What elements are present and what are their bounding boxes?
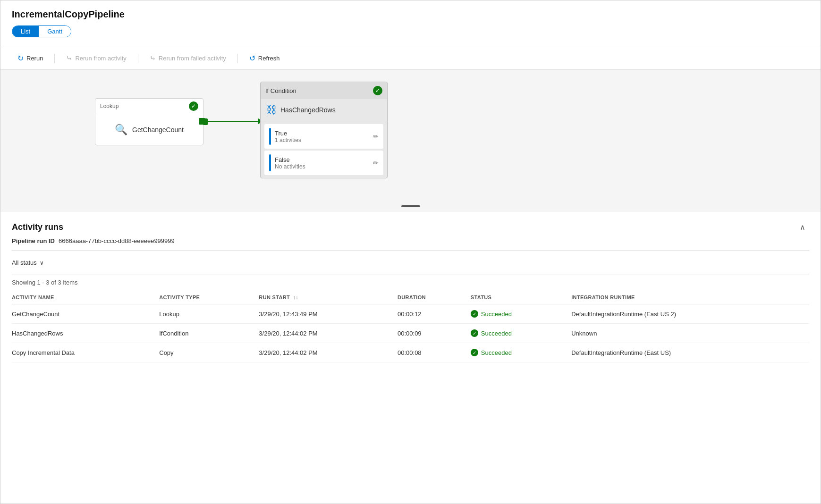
refresh-button[interactable]: ↺ Refresh: [244, 51, 286, 66]
cell-activity-name: Copy Incremental Data: [12, 343, 159, 362]
rerun-label: Rerun: [26, 55, 43, 62]
ifcondition-header: If Condition ✓: [261, 82, 387, 99]
sort-icon: ↑↓: [293, 294, 298, 300]
ifcondition-activity-name: HasChangedRows: [280, 106, 336, 114]
chevron-down-icon: ∨: [40, 260, 44, 266]
rerun-button[interactable]: ↻ Rerun: [12, 51, 49, 66]
table-row: HasChangedRows IfCondition 3/29/20, 12:4…: [12, 324, 809, 343]
view-toggle[interactable]: List Gantt: [12, 25, 71, 37]
cell-run-start: 3/29/20, 12:44:02 PM: [259, 324, 398, 343]
col-activity-name: ACTIVITY NAME: [12, 291, 159, 304]
lookup-node-body: 🔍 GetChangeCount: [95, 114, 203, 145]
status-label: Succeeded: [481, 311, 512, 318]
section-header: Activity runs ∧: [12, 221, 809, 234]
rerun-icon: ↻: [17, 54, 24, 63]
activity-runs-section: Activity runs ∧ Pipeline run ID 6666aaaa…: [0, 211, 821, 504]
table-row: Copy Incremental Data Copy 3/29/20, 12:4…: [12, 343, 809, 362]
cell-integration-runtime: DefaultIntegrationRuntime (East US 2): [571, 304, 809, 324]
status-success-badge: ✓: [471, 349, 478, 356]
cell-activity-type: Lookup: [159, 304, 259, 324]
branch-container: True 1 activities ✏ False No activities …: [261, 121, 387, 178]
scroll-indicator: [401, 205, 420, 207]
status-filter-label: All status: [12, 259, 37, 266]
lookup-success-badge: ✓: [189, 101, 198, 111]
cell-duration: 00:00:09: [398, 324, 471, 343]
tab-gantt[interactable]: Gantt: [39, 26, 71, 37]
collapse-button[interactable]: ∧: [796, 221, 809, 234]
col-status: STATUS: [471, 291, 571, 304]
ifcondition-activity: ⛓ HasChangedRows: [261, 99, 387, 121]
branch-false[interactable]: False No activities ✏: [264, 151, 383, 175]
branch-false-sub: No activities: [275, 163, 369, 170]
table-row: GetChangeCount Lookup 3/29/20, 12:43:49 …: [12, 304, 809, 324]
divider-2: [12, 275, 809, 275]
run-id-value: 6666aaaa-77bb-cccc-dd88-eeeeee999999: [59, 237, 175, 244]
rerun-from-activity-button[interactable]: ⤷ Rerun from activity: [60, 51, 132, 66]
branch-true-sub: 1 activities: [275, 137, 369, 143]
rerun-from-failed-button[interactable]: ⤷ Rerun from failed activity: [144, 51, 232, 66]
separator-3: [237, 54, 238, 63]
lookup-node-header: Lookup ✓: [95, 99, 203, 114]
status-success-badge: ✓: [471, 310, 478, 318]
ifcondition-success-badge: ✓: [373, 86, 382, 95]
branch-false-content: False No activities: [275, 156, 369, 170]
separator-2: [138, 54, 138, 63]
branch-true-indicator: [269, 128, 271, 145]
table-body: GetChangeCount Lookup 3/29/20, 12:43:49 …: [12, 304, 809, 362]
cell-duration: 00:00:12: [398, 304, 471, 324]
branch-true-label: True: [275, 130, 369, 137]
branch-false-indicator: [269, 154, 271, 171]
cell-duration: 00:00:08: [398, 343, 471, 362]
cell-integration-runtime: DefaultIntegrationRuntime (East US): [571, 343, 809, 362]
lookup-node-title: Lookup: [100, 103, 118, 109]
toolbar: ↻ Rerun ⤷ Rerun from activity ⤷ Rerun fr…: [0, 47, 821, 70]
cell-status: ✓ Succeeded: [471, 324, 571, 343]
branch-false-label: False: [275, 156, 369, 163]
status-label: Succeeded: [481, 330, 512, 337]
col-activity-type: ACTIVITY TYPE: [159, 291, 259, 304]
col-integration-runtime: INTEGRATION RUNTIME: [571, 291, 809, 304]
lookup-node-activity-name: GetChangeCount: [132, 126, 184, 134]
cell-run-start: 3/29/20, 12:43:49 PM: [259, 304, 398, 324]
col-run-start[interactable]: RUN START ↑↓: [259, 291, 398, 304]
branch-false-edit-icon[interactable]: ✏: [373, 159, 379, 167]
pipeline-run-id-row: Pipeline run ID 6666aaaa-77bb-cccc-dd88-…: [12, 237, 809, 244]
separator-1: [54, 54, 55, 63]
ifcondition-node[interactable]: If Condition ✓ ⛓ HasChangedRows True 1 a…: [260, 82, 388, 178]
activity-runs-table: ACTIVITY NAME ACTIVITY TYPE RUN START ↑↓…: [12, 291, 809, 362]
branch-true[interactable]: True 1 activities ✏: [264, 124, 383, 149]
status-success-badge: ✓: [471, 329, 478, 337]
rerun-from-activity-label: Rerun from activity: [75, 55, 126, 62]
cell-status: ✓ Succeeded: [471, 343, 571, 362]
rerun-from-activity-icon: ⤷: [66, 54, 72, 63]
cell-status: ✓ Succeeded: [471, 304, 571, 324]
arrow-line: [203, 121, 260, 122]
cell-activity-type: IfCondition: [159, 324, 259, 343]
refresh-label: Refresh: [258, 55, 280, 62]
cell-activity-type: Copy: [159, 343, 259, 362]
cell-activity-name: HasChangedRows: [12, 324, 159, 343]
status-filter-dropdown[interactable]: All status ∨: [12, 254, 809, 271]
rerun-from-failed-icon: ⤷: [150, 54, 156, 63]
rerun-from-failed-label: Rerun from failed activity: [159, 55, 226, 62]
divider-1: [12, 250, 809, 251]
cell-activity-name: GetChangeCount: [12, 304, 159, 324]
showing-text: Showing 1 - 3 of 3 items: [12, 279, 809, 286]
refresh-icon: ↺: [249, 54, 255, 63]
cell-run-start: 3/29/20, 12:44:02 PM: [259, 343, 398, 362]
run-id-label: Pipeline run ID: [12, 237, 55, 244]
status-label: Succeeded: [481, 349, 512, 356]
ifcondition-title: If Condition: [265, 87, 296, 94]
section-title: Activity runs: [12, 222, 63, 232]
tab-list[interactable]: List: [12, 26, 39, 37]
ifcondition-activity-icon: ⛓: [266, 104, 277, 116]
page-title: IncrementalCopyPipeline: [12, 9, 809, 20]
lookup-node[interactable]: Lookup ✓ 🔍 GetChangeCount: [95, 98, 203, 145]
pipeline-diagram[interactable]: Lookup ✓ 🔍 GetChangeCount If Condition ✓…: [0, 70, 821, 211]
cell-integration-runtime: Unknown: [571, 324, 809, 343]
lookup-node-icon: 🔍: [115, 124, 127, 136]
table-header: ACTIVITY NAME ACTIVITY TYPE RUN START ↑↓…: [12, 291, 809, 304]
branch-true-edit-icon[interactable]: ✏: [373, 133, 379, 140]
branch-true-content: True 1 activities: [275, 130, 369, 143]
col-duration: DURATION: [398, 291, 471, 304]
